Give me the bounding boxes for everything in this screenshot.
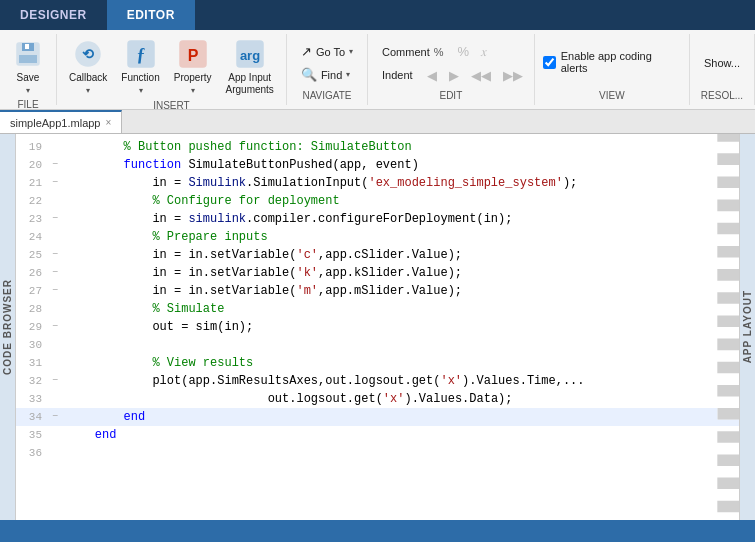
comment-label: Comment <box>382 46 430 58</box>
line-number: 31 <box>16 354 48 372</box>
indent-right2-icon[interactable]: ▶▶ <box>499 66 527 85</box>
code-line: 35 end <box>16 426 739 444</box>
tab-designer[interactable]: DESIGNER <box>0 0 107 30</box>
indent-right-icon[interactable]: ▶ <box>445 66 463 85</box>
code-content: function SimulateButtonPushed(app, event… <box>62 156 739 174</box>
line-number: 24 <box>16 228 48 246</box>
ribbon-group-view: Enable app coding alerts VIEW <box>535 34 690 105</box>
save-icon <box>12 38 44 70</box>
code-line: 31 % View results <box>16 354 739 372</box>
function-arrow: ▾ <box>139 86 143 95</box>
ribbon-group-resolve: Show... RESOL... <box>690 34 755 105</box>
code-line: 29− out = sim(in); <box>16 318 739 336</box>
svg-text:P: P <box>187 47 198 64</box>
tab-editor[interactable]: EDITOR <box>107 0 195 30</box>
code-content: out.logsout.get('x').Values.Data); <box>62 390 739 408</box>
show-button[interactable]: Show... <box>698 55 746 71</box>
ribbon: Save ▾ FILE ⟲ Callback ▾ <box>0 30 755 110</box>
app-layout-panel[interactable]: APP LAYOUT <box>739 134 755 520</box>
insert-group-label: INSERT <box>153 100 190 113</box>
code-editor[interactable]: 19 % Button pushed function: SimulateBut… <box>16 134 739 520</box>
code-content: in = in.setVariable('c',app.cSlider.Valu… <box>62 246 739 264</box>
code-line: 36 <box>16 444 739 462</box>
code-content: % View results <box>62 354 739 372</box>
app-input-args-button[interactable]: arg App Input Arguments <box>220 34 280 100</box>
code-content: % Simulate <box>62 300 739 318</box>
line-number: 28 <box>16 300 48 318</box>
fold-button[interactable]: − <box>48 174 62 192</box>
file-tab-bar: simpleApp1.mlapp × <box>0 110 755 134</box>
goto-icon: ↗ <box>301 44 312 59</box>
fold-button[interactable]: − <box>48 282 62 300</box>
save-label: Save <box>17 72 40 84</box>
function-button[interactable]: ƒ Function ▾ <box>115 34 165 99</box>
file-tab-close[interactable]: × <box>106 117 112 128</box>
line-number: 32 <box>16 372 48 390</box>
ribbon-group-file: Save ▾ FILE <box>0 34 57 105</box>
code-line: 22 % Configure for deployment <box>16 192 739 210</box>
resolve-group-label: RESOL... <box>698 90 746 101</box>
code-content: out = sim(in); <box>62 318 739 336</box>
code-content: plot(app.SimResultsAxes,out.logsout.get(… <box>62 372 739 390</box>
line-number: 27 <box>16 282 48 300</box>
line-number: 22 <box>16 192 48 210</box>
find-label: Find <box>321 69 342 81</box>
fold-button[interactable]: − <box>48 264 62 282</box>
find-button[interactable]: 🔍 Find ▾ <box>295 65 359 84</box>
property-icon: P <box>177 38 209 70</box>
uncomment-button[interactable]: % <box>454 42 474 61</box>
line-number: 23 <box>16 210 48 228</box>
code-content: in = in.setVariable('m',app.mSlider.Valu… <box>62 282 739 300</box>
line-number: 30 <box>16 336 48 354</box>
file-tab[interactable]: simpleApp1.mlapp × <box>0 110 122 133</box>
goto-arrow: ▾ <box>349 47 353 56</box>
code-content: in = in.setVariable('k',app.kSlider.Valu… <box>62 264 739 282</box>
navigate-group-label: NAVIGATE <box>295 90 359 101</box>
code-lines: 19 % Button pushed function: SimulateBut… <box>16 134 739 466</box>
line-number: 25 <box>16 246 48 264</box>
line-number: 21 <box>16 174 48 192</box>
code-line: 26− in = in.setVariable('k',app.kSlider.… <box>16 264 739 282</box>
fold-button[interactable]: − <box>48 210 62 228</box>
callback-arrow: ▾ <box>86 86 90 95</box>
fold-button[interactable]: − <box>48 246 62 264</box>
line-number: 34 <box>16 408 48 426</box>
save-button[interactable]: Save ▾ <box>6 34 50 99</box>
goto-button[interactable]: ↗ Go To ▾ <box>295 42 359 61</box>
code-content: % Configure for deployment <box>62 192 739 210</box>
property-button[interactable]: P Property ▾ <box>168 34 218 99</box>
ribbon-group-insert: ⟲ Callback ▾ ƒ Function ▾ <box>57 34 287 105</box>
comment-button[interactable]: Comment % <box>376 44 449 60</box>
editor-wrapper: CODE BROWSER 19 % Button pushed function… <box>0 134 755 520</box>
fold-button[interactable]: − <box>48 408 62 426</box>
callback-button[interactable]: ⟲ Callback ▾ <box>63 34 113 99</box>
code-line: 30 <box>16 336 739 354</box>
enable-alerts-label: Enable app coding alerts <box>561 50 681 74</box>
svg-text:⟲: ⟲ <box>82 46 94 62</box>
line-number: 35 <box>16 426 48 444</box>
code-browser-label[interactable]: CODE BROWSER <box>2 275 13 379</box>
line-number: 19 <box>16 138 48 156</box>
fold-button[interactable]: − <box>48 318 62 336</box>
find-icon: 🔍 <box>301 67 317 82</box>
code-browser-panel[interactable]: CODE BROWSER <box>0 134 16 520</box>
indent-left2-icon[interactable]: ◀◀ <box>467 66 495 85</box>
svg-rect-2 <box>19 55 37 63</box>
indent-left-icon[interactable]: ◀ <box>423 66 441 85</box>
ribbon-group-edit: Comment % % 𝑥 Indent ◀ ▶ ◀◀ ▶▶ EDIT <box>368 34 535 105</box>
line-number: 29 <box>16 318 48 336</box>
indent-button[interactable]: Indent <box>376 67 419 83</box>
fold-button[interactable]: − <box>48 156 62 174</box>
enable-alerts-checkbox[interactable] <box>543 56 556 69</box>
property-label: Property <box>174 72 212 84</box>
app-input-args-label: App Input Arguments <box>226 72 274 96</box>
code-line: 20− function SimulateButtonPushed(app, e… <box>16 156 739 174</box>
svg-rect-3 <box>25 44 29 49</box>
code-line: 27− in = in.setVariable('m',app.mSlider.… <box>16 282 739 300</box>
fold-button[interactable]: − <box>48 372 62 390</box>
ribbon-group-navigate: ↗ Go To ▾ 🔍 Find ▾ NAVIGATE <box>287 34 368 105</box>
indent-label: Indent <box>382 69 413 81</box>
find-arrow: ▾ <box>346 70 350 79</box>
app-layout-label[interactable]: APP LAYOUT <box>742 286 753 367</box>
code-line: 21− in = Simulink.SimulationInput('ex_mo… <box>16 174 739 192</box>
